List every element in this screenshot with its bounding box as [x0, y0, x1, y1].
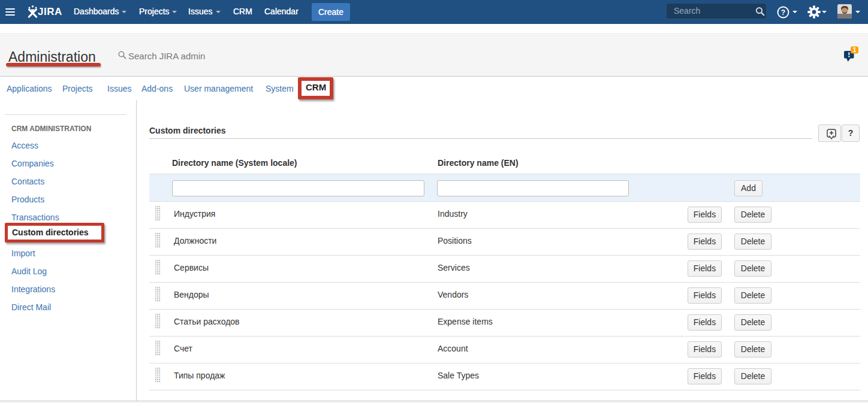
svg-text:1: 1 [853, 47, 857, 53]
svg-text:?: ? [781, 8, 785, 17]
